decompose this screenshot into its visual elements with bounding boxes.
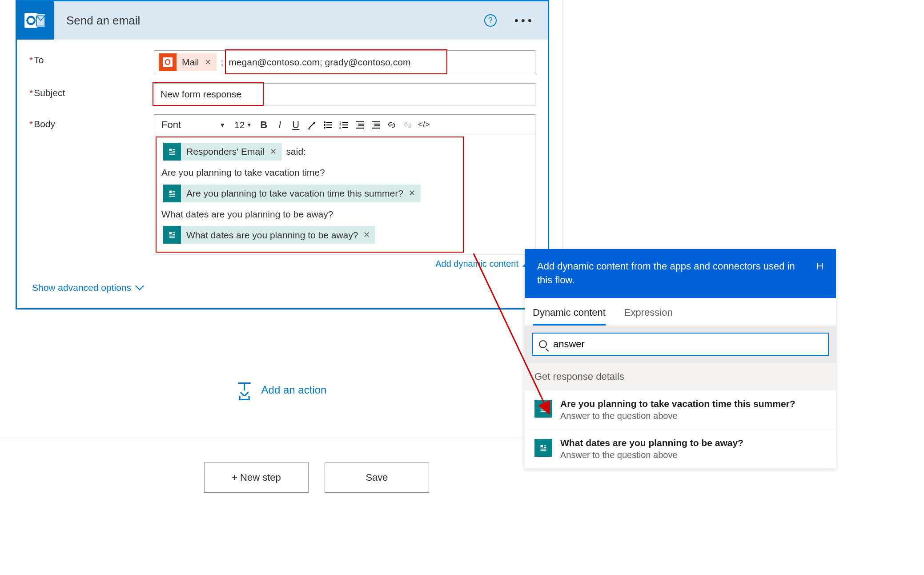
unlink-icon[interactable] — [401, 118, 414, 132]
svg-rect-15 — [342, 127, 348, 128]
svg-rect-13 — [342, 125, 348, 125]
svg-rect-23 — [374, 125, 380, 126]
tab-expression[interactable]: Expression — [624, 307, 673, 326]
to-row: *To O Mail ✕ ; megan@contoso.com; grady@… — [29, 50, 535, 74]
mail-token[interactable]: O Mail ✕ — [159, 53, 217, 71]
dc-section-header: Get response details — [525, 363, 836, 390]
annotation-box — [225, 49, 447, 74]
card-body: *To O Mail ✕ ; megan@contoso.com; grady@… — [17, 40, 548, 308]
dc-item[interactable]: What dates are you planning to be away? … — [525, 430, 836, 469]
dc-item-title: What dates are you planning to be away? — [560, 438, 743, 448]
dc-tabs: Dynamic content Expression — [525, 298, 836, 326]
body-label: *Body — [29, 114, 154, 271]
svg-rect-9 — [326, 127, 332, 128]
dc-search-input[interactable] — [553, 338, 822, 350]
svg-rect-5 — [326, 122, 332, 123]
indent-icon[interactable] — [369, 118, 382, 132]
svg-rect-46 — [541, 411, 546, 412]
svg-rect-20 — [372, 121, 380, 122]
show-advanced-toggle[interactable]: Show advanced options — [29, 273, 145, 299]
svg-rect-48 — [544, 445, 546, 446]
color-icon[interactable] — [305, 118, 318, 132]
add-action-icon — [236, 382, 253, 398]
svg-rect-21 — [372, 128, 380, 129]
save-button[interactable]: Save — [325, 462, 429, 493]
dc-item-title: Are you planning to take vacation time t… — [560, 398, 795, 409]
email-action-card: Send an email ? ••• *To O Mail ✕ ; — [16, 0, 549, 310]
svg-point-3 — [313, 122, 315, 124]
add-dynamic-link[interactable]: Add dynamic content — [154, 254, 535, 271]
svg-rect-42 — [541, 406, 543, 408]
outlook-icon — [16, 1, 54, 40]
svg-text:3: 3 — [339, 126, 341, 129]
add-action-button[interactable]: Add an action — [236, 382, 327, 398]
dc-header: Add dynamic content from the apps and co… — [525, 249, 836, 298]
font-select[interactable]: Font ▼ — [158, 117, 229, 133]
annotation-box — [156, 137, 464, 253]
flow-footer-buttons: + New step Save — [204, 462, 429, 493]
tab-dynamic-content[interactable]: Dynamic content — [533, 307, 606, 326]
rte-toolbar: Font ▼ 12 ▼ B I U — [154, 114, 535, 135]
numbered-list-icon[interactable]: 123 — [337, 118, 350, 132]
card-title: Send an email — [66, 14, 484, 28]
search-icon — [539, 340, 547, 348]
help-icon[interactable]: ? — [484, 14, 497, 27]
dc-item[interactable]: Are you planning to take vacation time t… — [525, 390, 836, 430]
svg-rect-49 — [544, 447, 546, 448]
underline-icon[interactable]: U — [289, 118, 302, 132]
svg-rect-45 — [541, 409, 546, 410]
svg-rect-44 — [544, 408, 546, 409]
dc-search-wrap — [525, 326, 836, 363]
subject-label: *Subject — [29, 83, 154, 105]
bold-icon[interactable]: B — [257, 118, 270, 132]
annotation-box — [153, 82, 264, 106]
code-view-icon[interactable]: </> — [417, 118, 430, 132]
more-menu-icon[interactable]: ••• — [514, 14, 539, 28]
svg-rect-43 — [544, 406, 546, 407]
to-label: *To — [29, 50, 154, 74]
dc-help-link[interactable]: H — [816, 260, 824, 273]
italic-icon[interactable]: I — [273, 118, 286, 132]
svg-rect-47 — [541, 445, 543, 447]
new-step-button[interactable]: + New step — [204, 462, 309, 493]
card-header[interactable]: Send an email ? ••• — [17, 1, 548, 40]
to-label-text: To — [34, 55, 44, 65]
svg-rect-7 — [326, 125, 332, 125]
body-editor[interactable]: Responders' Email ✕ said: Are you planni… — [154, 135, 535, 254]
svg-rect-51 — [541, 450, 546, 451]
svg-point-4 — [324, 121, 325, 123]
svg-rect-18 — [358, 124, 364, 125]
svg-rect-16 — [356, 121, 364, 122]
mail-token-label: Mail — [180, 57, 202, 68]
svg-point-8 — [324, 127, 325, 129]
dynamic-content-panel: Add dynamic content from the apps and co… — [525, 249, 836, 469]
svg-rect-19 — [358, 125, 364, 126]
body-row: *Body Font ▼ 12 ▼ B I U — [29, 114, 535, 271]
dc-search[interactable] — [532, 333, 829, 356]
subject-row: *Subject New form response — [29, 83, 535, 105]
flow-canvas: Send an email ? ••• *To O Mail ✕ ; — [0, 0, 562, 438]
chevron-down-icon — [135, 281, 144, 290]
bullets-icon[interactable] — [321, 118, 334, 132]
svg-rect-50 — [541, 448, 546, 449]
svg-rect-11 — [342, 122, 348, 123]
font-size-select[interactable]: 12 ▼ — [232, 120, 254, 130]
link-icon[interactable] — [385, 118, 398, 132]
dc-item-sub: Answer to the question above — [560, 411, 795, 421]
forms-icon — [534, 400, 552, 418]
dc-item-sub: Answer to the question above — [560, 450, 743, 460]
svg-rect-22 — [374, 124, 380, 125]
outdent-icon[interactable] — [353, 118, 366, 132]
svg-rect-17 — [356, 128, 364, 129]
remove-token-icon[interactable]: ✕ — [202, 57, 217, 67]
forms-icon — [534, 439, 552, 457]
svg-point-6 — [324, 124, 325, 126]
